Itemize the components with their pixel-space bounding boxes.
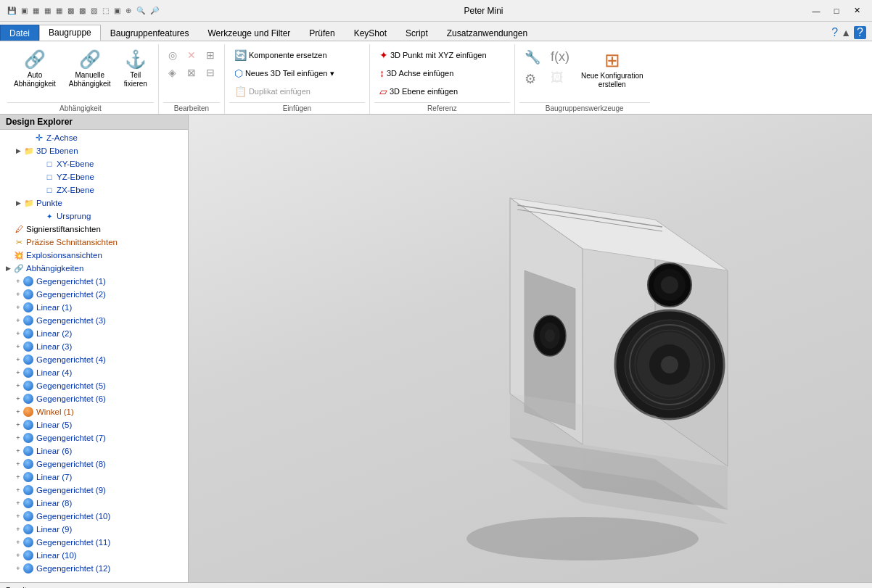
tree-item-xy-ebene[interactable]: □ XY-Ebene xyxy=(0,157,188,170)
tab-keyshot[interactable]: KeyShot xyxy=(345,25,396,41)
tree-item-linear6[interactable]: + Linear (6) xyxy=(0,444,188,457)
qa-save[interactable]: 💾 xyxy=(6,7,17,15)
btn-neue-konfig[interactable]: ⊞ Neue Konfigurationerstellen xyxy=(576,47,649,91)
btn-auto-abhaengigkeit[interactable]: 🔗 AutoAbhängigkeit xyxy=(9,47,61,91)
tree-item-gegen8[interactable]: + Gegengerichtet (8) xyxy=(0,457,188,471)
tree-item-gegen11[interactable]: + Gegengerichtet (11) xyxy=(0,536,188,549)
tree-item-zx-ebene[interactable]: □ ZX-Ebene xyxy=(0,183,188,196)
expand-linear9[interactable]: + xyxy=(13,524,23,534)
expand-gegen7[interactable]: + xyxy=(13,433,23,443)
expand-gegen4[interactable]: + xyxy=(13,355,23,365)
tree-item-z-achse[interactable]: ✛ Z-Achse xyxy=(0,131,188,144)
qa-btn6[interactable]: ▩ xyxy=(78,7,87,15)
expand-linear2[interactable]: + xyxy=(13,328,23,339)
expand-gegen1[interactable]: + xyxy=(13,276,23,286)
tree-item-linear1[interactable]: + Linear (1) xyxy=(0,301,188,314)
tab-datei[interactable]: Datei xyxy=(0,25,39,41)
expand-linear1[interactable]: + xyxy=(13,302,23,312)
btn-bw-2[interactable]: ⚙ xyxy=(521,69,544,89)
tree-item-gegen12[interactable]: + Gegengerichtet (12) xyxy=(0,562,188,575)
btn-bearbeiten-1[interactable]: ◎ xyxy=(165,47,181,63)
expand-linear5[interactable]: + xyxy=(13,420,23,430)
tab-baugruppenfeatures[interactable]: Baugruppenfeatures xyxy=(101,25,199,41)
qa-btn7[interactable]: ▧ xyxy=(89,7,99,15)
tree-item-gegen7[interactable]: + Gegengerichtet (7) xyxy=(0,431,188,444)
btn-manuelle-abhaengigkeit[interactable]: 🔗 ManuelleAbhängigkeit xyxy=(64,47,116,91)
expand-gegen9[interactable]: + xyxy=(13,485,23,495)
tab-script[interactable]: Script xyxy=(396,25,437,41)
tree-item-winkel1[interactable]: + Winkel (1) xyxy=(0,405,188,418)
tree-item-linear2[interactable]: + Linear (2) xyxy=(0,327,188,340)
minimize-button[interactable]: — xyxy=(807,4,826,18)
qa-btn5[interactable]: ▩ xyxy=(66,7,75,15)
qa-btn10[interactable]: ⊕ xyxy=(124,7,133,15)
tab-pruefen[interactable]: Prüfen xyxy=(300,25,344,41)
btn-bearbeiten-5[interactable]: ⊞ xyxy=(202,47,218,63)
expand-gegen10[interactable]: + xyxy=(13,511,23,521)
expand-abhaengigkeiten[interactable]: ▶ xyxy=(3,263,13,273)
tree-item-punkte[interactable]: ▶ 📁 Punkte xyxy=(0,196,188,210)
expand-gegen11[interactable]: + xyxy=(13,537,23,547)
expand-gegen3[interactable]: + xyxy=(13,315,23,326)
btn-bearbeiten-2[interactable]: ◈ xyxy=(165,65,181,80)
expand-linear7[interactable]: + xyxy=(13,472,23,482)
btn-bearbeiten-6[interactable]: ⊟ xyxy=(202,65,218,80)
btn-bw-3[interactable]: f(x) xyxy=(547,47,573,67)
3d-viewport[interactable] xyxy=(189,115,872,582)
online-help[interactable]: ? xyxy=(854,26,866,39)
qa-btn1[interactable]: ▣ xyxy=(20,7,29,15)
btn-teil-fixieren[interactable]: ⚓ Teilfixieren xyxy=(119,47,152,91)
expand-punkte[interactable]: ▶ xyxy=(13,198,23,208)
expand-gegen12[interactable]: + xyxy=(13,563,23,573)
btn-3d-achse[interactable]: ↕ 3D Achse einfügen xyxy=(376,65,457,81)
tree-item-signier[interactable]: 🖊 Signierstiftansichten xyxy=(0,223,188,236)
qa-btn4[interactable]: ▦ xyxy=(54,7,64,15)
btn-duplikat[interactable]: 📋 Duplikat einfügen xyxy=(231,83,314,99)
design-explorer-tree[interactable]: ✛ Z-Achse ▶ 📁 3D Ebenen □ XY-Ebene □ YZ-… xyxy=(0,130,188,582)
qa-btn2[interactable]: ▦ xyxy=(31,7,41,15)
tree-item-gegen9[interactable]: + Gegengerichtet (9) xyxy=(0,484,188,497)
expand-gegen6[interactable]: + xyxy=(13,394,23,404)
tree-item-linear3[interactable]: + Linear (3) xyxy=(0,340,188,353)
tab-werkzeuge[interactable]: Werkzeuge und Filter xyxy=(198,25,300,41)
ribbon-collapse[interactable]: ▲ xyxy=(841,27,851,38)
btn-bearbeiten-4[interactable]: ⊠ xyxy=(184,65,200,80)
expand-3d-ebenen[interactable]: ▶ xyxy=(13,146,23,156)
tree-item-abhaengigkeiten[interactable]: ▶ 🔗 Abhängigkeiten xyxy=(0,262,188,275)
tree-item-gegen5[interactable]: + Gegengerichtet (5) xyxy=(0,379,188,392)
expand-linear10[interactable]: + xyxy=(13,550,23,560)
expand-gegen8[interactable]: + xyxy=(13,459,23,469)
tree-item-linear10[interactable]: + Linear (10) xyxy=(0,549,188,562)
tree-item-linear4[interactable]: + Linear (4) xyxy=(0,366,188,379)
tree-item-praezise[interactable]: ✂ Präzise Schnittansichten xyxy=(0,236,188,249)
expand-winkel1[interactable]: + xyxy=(13,407,23,417)
qa-btn8[interactable]: ⬚ xyxy=(101,7,110,15)
btn-komponente-ersetzen[interactable]: 🔄 Komponente ersetzen xyxy=(231,47,331,63)
tree-item-gegen3[interactable]: + Gegengerichtet (3) xyxy=(0,314,188,327)
tab-baugruppe[interactable]: Baugruppe xyxy=(39,25,101,41)
tree-item-gegen4[interactable]: + Gegengerichtet (4) xyxy=(0,353,188,366)
btn-3d-ebene[interactable]: ▱ 3D Ebene einfügen xyxy=(376,83,461,99)
tree-item-explosion[interactable]: 💥 Explosionsansichten xyxy=(0,249,188,262)
maximize-button[interactable]: □ xyxy=(827,4,846,18)
tree-item-gegen2[interactable]: + Gegengerichtet (2) xyxy=(0,288,188,301)
tree-item-ursprung[interactable]: ✦ Ursprung xyxy=(0,210,188,223)
help-icon[interactable]: ? xyxy=(831,26,838,39)
btn-neues-3d[interactable]: ⬡ Neues 3D Teil einfügen ▾ xyxy=(231,65,338,81)
tree-item-linear9[interactable]: + Linear (9) xyxy=(0,523,188,536)
qa-btn12[interactable]: 🔎 xyxy=(149,7,160,15)
tree-item-gegen10[interactable]: + Gegengerichtet (10) xyxy=(0,510,188,523)
expand-linear8[interactable]: + xyxy=(13,498,23,508)
btn-bearbeiten-3[interactable]: ✕ xyxy=(184,47,200,63)
qa-btn3[interactable]: ▦ xyxy=(43,7,52,15)
expand-linear6[interactable]: + xyxy=(13,446,23,456)
btn-bw-4[interactable]: 🖼 xyxy=(547,68,573,88)
tree-item-gegen6[interactable]: + Gegengerichtet (6) xyxy=(0,392,188,405)
expand-gegen5[interactable]: + xyxy=(13,381,23,391)
tree-item-linear5[interactable]: + Linear (5) xyxy=(0,418,188,431)
qa-btn9[interactable]: ▣ xyxy=(112,7,122,15)
tab-zusatz[interactable]: Zusatzanwendungen xyxy=(437,25,537,41)
btn-bw-1[interactable]: 🔧 xyxy=(521,47,544,67)
expand-linear3[interactable]: + xyxy=(13,341,23,352)
expand-linear4[interactable]: + xyxy=(13,368,23,378)
